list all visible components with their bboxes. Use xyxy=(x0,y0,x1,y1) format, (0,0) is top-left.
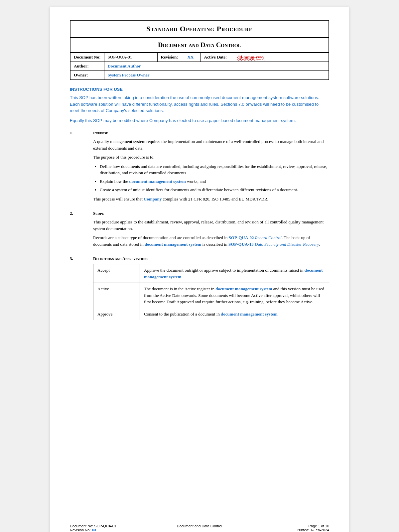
footer-revision: Revision No: XX xyxy=(70,528,156,532)
footer-doc-no: Document No: SOP-QUA-01 xyxy=(70,524,156,528)
doc-info-row: Document No: SOP-QUA-01 Revision: XX Act… xyxy=(70,53,329,62)
doc-no-value: SOP-QUA-01 xyxy=(104,53,157,62)
def-def-active: The document is in the Active register i… xyxy=(140,283,329,308)
dms-link-2[interactable]: document management system xyxy=(145,242,201,247)
main-title: Standard Operating Procedure xyxy=(70,20,329,38)
header-table: Standard Operating Procedure Document an… xyxy=(70,20,329,80)
sop-qua-02-link[interactable]: SOP-QUA-02 xyxy=(229,235,254,240)
section-1-title: Purpose xyxy=(93,130,329,136)
page: Standard Operating Procedure Document an… xyxy=(50,7,349,532)
def-term-active: Active xyxy=(93,283,140,308)
dms-link-3[interactable]: document management system xyxy=(144,268,323,279)
section-1-body: Purpose A quality management system requ… xyxy=(93,130,329,205)
definitions-table: Accept Approve the document outright or … xyxy=(93,264,329,320)
bullet-1: Define how documents and data are contro… xyxy=(100,163,329,176)
owner-value: System Process Owner xyxy=(104,71,329,80)
footer-left: Document No: SOP-QUA-01 Revision No: XX xyxy=(70,524,156,532)
owner-row: Owner: System Process Owner xyxy=(70,71,329,80)
def-term-accept: Accept xyxy=(93,264,140,283)
page-footer: Document No: SOP-QUA-01 Revision No: XX … xyxy=(70,522,329,532)
revision-value: XX xyxy=(184,53,200,62)
section-purpose: 1. Purpose A quality management system r… xyxy=(70,130,329,205)
company-link-1[interactable]: Company xyxy=(144,197,162,201)
section-scope: 2. Scope This procedure applies to the e… xyxy=(70,211,329,250)
author-label: Author: xyxy=(70,62,104,71)
def-row-accept: Accept Approve the document outright or … xyxy=(93,264,329,283)
title-row: Standard Operating Procedure xyxy=(70,20,329,38)
active-date-label: Active Date: xyxy=(200,53,234,62)
revision-label: Revision: xyxy=(157,53,184,62)
instructions-section: INSTRUCTIONS FOR USE This SOP has been w… xyxy=(70,87,329,124)
def-term-approve: Approve xyxy=(93,308,140,320)
dms-link-1[interactable]: document management system xyxy=(129,179,186,184)
section-2-body: Scope This procedure applies to the esta… xyxy=(93,211,329,250)
author-value: Document Author xyxy=(104,62,329,71)
footer-page: Page 1 of 10 xyxy=(243,524,329,528)
instructions-p2: Equally this SOP may be modified where C… xyxy=(70,117,329,124)
active-date-value: dd-mmm-yyyy xyxy=(234,53,329,62)
bullet-2: Explain how the document management syst… xyxy=(100,178,329,185)
section-1-p2: The purpose of this procedure is to: xyxy=(93,154,329,161)
def-def-approve: Consent to the publication of a document… xyxy=(140,308,329,320)
footer-center-text: Document and Data Control xyxy=(156,524,243,532)
instructions-p1: This SOP has been written taking into co… xyxy=(70,94,329,114)
bullet-3: Create a system of unique identifiers fo… xyxy=(100,187,329,193)
section-3-title: Definitions and Abbreviations xyxy=(93,256,329,261)
sop-qua-13-link[interactable]: SOP-QUA-13 xyxy=(228,242,254,247)
dms-link-5[interactable]: document management system xyxy=(221,312,277,317)
section-3-number: 3. xyxy=(70,256,93,320)
footer-printed: Printed: 1-Feb-2024 xyxy=(243,528,329,532)
doc-no-label: Document No: xyxy=(70,53,104,62)
section-3-body: Definitions and Abbreviations Accept App… xyxy=(93,256,329,320)
section-2-p1: This procedure applies to the establishm… xyxy=(93,219,329,232)
owner-label: Owner: xyxy=(70,71,104,80)
section-2-title: Scope xyxy=(93,211,329,216)
section-1-p1: A quality management system requires the… xyxy=(93,138,329,151)
section-1-number: 1. xyxy=(70,130,93,205)
def-def-accept: Approve the document outright or approve… xyxy=(140,264,329,283)
section-scope-header: 2. Scope This procedure applies to the e… xyxy=(70,211,329,250)
footer-right: Page 1 of 10 Printed: 1-Feb-2024 xyxy=(243,524,329,532)
instructions-heading: INSTRUCTIONS FOR USE xyxy=(70,87,329,92)
section-purpose-header: 1. Purpose A quality management system r… xyxy=(70,130,329,205)
data-security-link[interactable]: Data Security and Disaster Recovery xyxy=(255,242,319,247)
author-row: Author: Document Author xyxy=(70,62,329,71)
subtitle: Document and Data Control xyxy=(70,38,329,53)
subtitle-row: Document and Data Control xyxy=(70,38,329,53)
dms-link-4[interactable]: document management system xyxy=(215,286,272,291)
section-definitions: 3. Definitions and Abbreviations Accept … xyxy=(70,256,329,320)
section-2-number: 2. xyxy=(70,211,93,250)
def-row-approve: Approve Consent to the publication of a … xyxy=(93,308,329,320)
section-3-header: 3. Definitions and Abbreviations Accept … xyxy=(70,256,329,320)
section-1-bullets: Define how documents and data are contro… xyxy=(100,163,329,193)
def-row-active: Active The document is in the Active reg… xyxy=(93,283,329,308)
section-1-closing: This process will ensure that Company co… xyxy=(93,196,329,202)
record-control-link[interactable]: Record Control xyxy=(255,235,282,240)
section-2-p2: Records are a subset type of documentati… xyxy=(93,234,329,247)
